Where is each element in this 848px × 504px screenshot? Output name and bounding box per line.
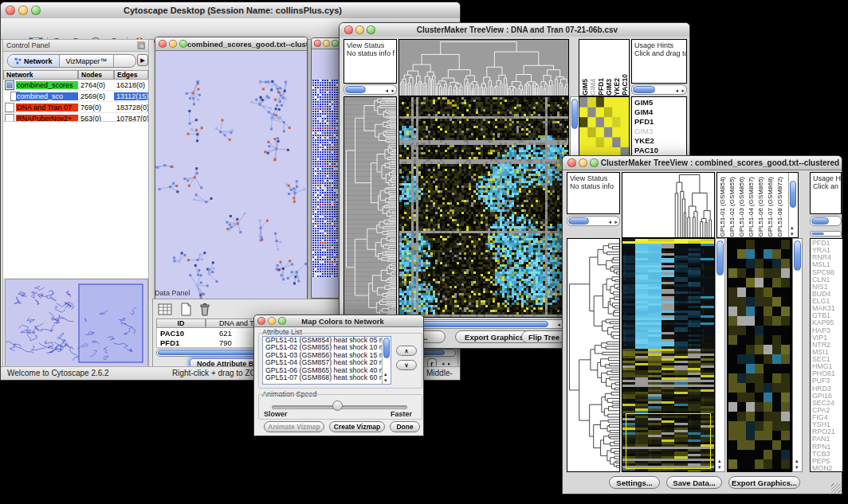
scroll-right-arrow[interactable]: ▸ (391, 88, 395, 93)
close-button[interactable] (567, 158, 576, 167)
attribute-table-icon[interactable] (158, 303, 172, 316)
network-list-row[interactable]: combined_scores 2764(0) 16218(0) (3, 80, 148, 91)
row-id: PAC10 (157, 329, 206, 338)
global-heatmap-1[interactable] (398, 96, 569, 318)
tab-overflow-button[interactable]: ▶ (137, 54, 148, 66)
move-down-button[interactable]: ∨ (396, 360, 417, 370)
minimize-button[interactable] (268, 317, 276, 325)
column-label: GPL51-07 (GSM868) (767, 177, 776, 237)
tab-network[interactable]: Network (8, 55, 60, 67)
close-button[interactable] (344, 25, 353, 34)
move-up-button[interactable]: ∧ (396, 346, 417, 356)
scroll-left-arrow[interactable]: ◂ (608, 219, 611, 225)
network-file-icon (5, 80, 14, 90)
treeview2-title: ClusterMaker TreeView : combined_scores_… (599, 158, 842, 167)
map-colors-dialog[interactable]: Map Colors to Network Attribute List GPL… (253, 315, 424, 436)
network-list-row[interactable]: combined_sco 2569(6) 13112(15) (3, 91, 148, 102)
view-status-scrollbar-1[interactable]: ◂ ▸ (344, 84, 397, 95)
network-nodes-count: 2569(6) (78, 92, 114, 100)
column-label: GIM4 (589, 79, 597, 96)
zoom-button[interactable] (278, 317, 286, 325)
network-list-row[interactable]: DNA and Tran 07 769(0) 183728(0) (3, 102, 148, 113)
zoom-vscrollbar-2[interactable]: ▴ ▾ (792, 238, 803, 472)
network-view-window[interactable]: combined_scores_good.txt--cluste... (155, 37, 308, 299)
tab-vizmapper[interactable]: VizMapper™ (60, 55, 115, 67)
minimize-button[interactable] (169, 40, 177, 48)
column-labels-scrollbar-2[interactable]: ▴ ▾ (788, 173, 798, 237)
scroll-right-arrow[interactable]: ▸ (681, 88, 685, 93)
close-button[interactable] (6, 6, 15, 15)
col-edges[interactable]: Edges (114, 70, 148, 80)
scroll-left-arrow[interactable]: ◂ (675, 88, 678, 93)
column-label: GPL51-06 (GSM865) (757, 177, 767, 237)
scroll-left-arrow[interactable]: ◂ (442, 361, 445, 366)
close-button[interactable] (314, 40, 321, 47)
zoom-button[interactable] (31, 6, 41, 15)
view-status-scrollbar-2[interactable]: ◂ ▸ (567, 216, 620, 226)
zoom-button[interactable] (332, 40, 339, 47)
scroll-up-arrow[interactable]: ▴ (384, 371, 387, 377)
scroll-down-arrow[interactable]: ▾ (384, 377, 387, 383)
scroll-right-arrow[interactable]: ▸ (448, 361, 451, 366)
export-graphics-button-2[interactable]: Export Graphics... (728, 476, 800, 489)
attribute-list-scrollbar[interactable]: ▴ ▾ (382, 337, 391, 384)
view-status-info: No status info f (347, 49, 395, 57)
usage-hints-scrollbar-2[interactable] (810, 216, 842, 226)
scroll-up-arrow[interactable]: ▴ (718, 458, 721, 463)
network-overview-thumbnail[interactable] (5, 279, 148, 368)
scroll-left-arrow[interactable]: ◂ (385, 88, 388, 93)
done-button[interactable]: Done (390, 421, 420, 432)
resize-grip[interactable] (831, 483, 841, 493)
column-dendrogram-1[interactable] (398, 39, 569, 96)
gene-list-hscrollbar[interactable] (810, 231, 842, 236)
col-nodes[interactable]: Nodes (78, 70, 114, 80)
row-dendrogram-2[interactable] (567, 238, 620, 472)
delete-attribute-trash-icon[interactable] (198, 303, 212, 316)
treeview-combined-window[interactable]: ClusterMaker TreeView : combined_scores_… (562, 155, 842, 494)
minimize-button[interactable] (323, 40, 330, 47)
zoom-button[interactable] (367, 25, 375, 34)
main-titlebar[interactable]: Cytoscape Desktop (Session Name: collins… (1, 2, 460, 19)
scroll-down-arrow[interactable]: ▾ (795, 464, 799, 470)
attribute-list-item[interactable]: GPL51-07 (GSM868) heat shock 60 min (263, 374, 391, 381)
heatmap-vscrollbar-2[interactable]: ▴ ▾ (715, 238, 725, 472)
scroll-right-arrow[interactable]: ▸ (614, 219, 618, 225)
animate-vizmap-button[interactable]: Animate Vizmap (264, 421, 324, 432)
attribute-list[interactable]: GPL51-01 (GSM854) heat shock 05 minGPL51… (262, 336, 391, 385)
save-data-button-2[interactable]: Save Data... (666, 476, 722, 489)
id-column-header[interactable]: ID (156, 318, 206, 328)
heatmap-hscrollbar-1[interactable]: ◂ ▸ (398, 319, 569, 329)
window-controls[interactable] (6, 6, 41, 15)
float-panel-icon[interactable] (137, 41, 145, 49)
minimize-button[interactable] (579, 158, 587, 167)
row-dendrogram-1[interactable] (344, 96, 397, 318)
close-button[interactable] (159, 40, 167, 48)
background-network-window-fragment (311, 37, 342, 299)
scroll-up-arrow[interactable]: ▴ (795, 458, 799, 463)
usage-hints-panel-1: Usage Hints Click and drag to (631, 39, 687, 84)
animation-speed-slider-thumb[interactable] (332, 400, 343, 411)
zoom-button[interactable] (590, 158, 599, 167)
usage-hints-info: Click an (813, 182, 838, 190)
usage-hints-scrollbar-1[interactable]: ◂ ▸ (631, 84, 687, 95)
column-label: GPL51-02 (GSM855) (728, 177, 738, 237)
column-dendrogram-2[interactable] (622, 172, 715, 238)
minimize-button[interactable] (18, 6, 28, 15)
network-canvas[interactable] (155, 51, 307, 299)
network-name: DNA and Tran 07 (16, 104, 78, 111)
col-network[interactable]: Network (3, 70, 78, 80)
global-heatmap-2[interactable] (622, 238, 715, 472)
scroll-up-arrow[interactable]: ▴ (791, 225, 794, 230)
scroll-down-arrow[interactable]: ▾ (718, 464, 721, 470)
column-label: YKE2 (613, 78, 621, 96)
close-button[interactable] (257, 317, 265, 325)
scroll-left-arrow[interactable]: ◂ (557, 322, 560, 327)
column-label: GPL51-04 (GSM857) (748, 177, 757, 237)
create-vizmap-button[interactable]: Create Vizmap (329, 421, 385, 432)
minimize-button[interactable] (355, 25, 364, 34)
scroll-down-arrow[interactable]: ▾ (791, 231, 794, 236)
zoom-heatmap-panel-2[interactable] (727, 238, 792, 472)
zoom-button[interactable] (179, 40, 187, 48)
settings-button-2[interactable]: Settings... (609, 476, 660, 489)
new-attribute-icon[interactable] (179, 303, 193, 316)
